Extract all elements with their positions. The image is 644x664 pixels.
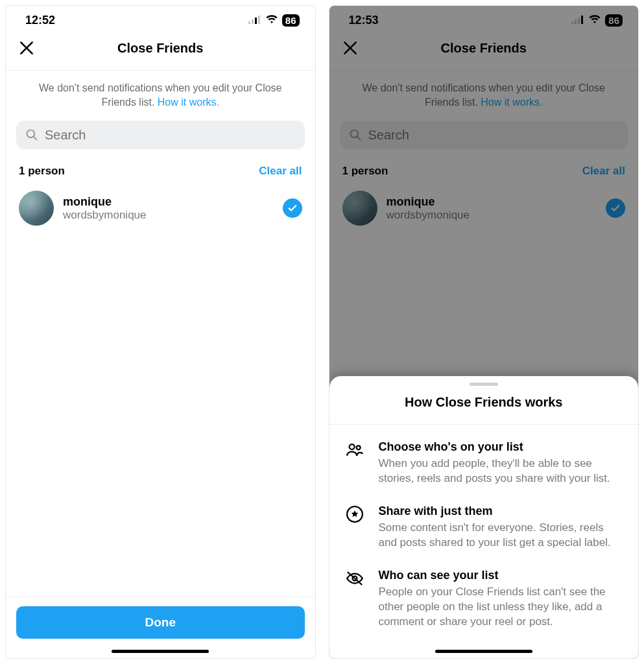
avatar [19, 191, 54, 226]
phone-screen-right: 12:53 86 Close Friends We don't send not… [329, 5, 639, 659]
status-bar: 12:52 86 [6, 6, 315, 32]
search-field[interactable] [45, 128, 296, 143]
page-title: Close Friends [6, 41, 315, 56]
eye-off-icon [345, 569, 367, 630]
star-circle-icon [345, 504, 367, 551]
svg-point-13 [356, 446, 360, 450]
sheet-item-body: When you add people, they'll be able to … [379, 456, 623, 486]
sheet-item-title: Who can see your list [379, 569, 623, 582]
svg-rect-3 [258, 16, 260, 24]
sheet-item-choose: Choose who's on your list When you add p… [329, 425, 639, 489]
svg-rect-2 [255, 18, 257, 24]
search-input[interactable] [16, 121, 305, 149]
sheet-item-title: Choose who's on your list [379, 440, 623, 454]
friend-name: monique [63, 195, 274, 209]
status-time: 12:52 [25, 14, 55, 27]
done-button[interactable]: Done [16, 606, 305, 639]
how-it-works-link[interactable]: How it works. [158, 97, 219, 108]
cellular-icon [248, 14, 261, 27]
how-it-works-sheet[interactable]: How Close Friends works Choose who's on … [329, 376, 639, 658]
phone-screen-left: 12:52 86 Close Friends We don't send not… [5, 5, 316, 659]
svg-rect-0 [248, 21, 250, 24]
friend-handle: wordsbymonique [63, 209, 274, 222]
search-icon [25, 128, 38, 141]
nav-header: Close Friends [6, 32, 315, 71]
sheet-item-visibility: Who can see your list People on your Clo… [329, 553, 639, 632]
battery-level: 86 [282, 14, 300, 27]
close-icon [18, 40, 35, 56]
sheet-item-share: Share with just them Some content isn't … [329, 489, 639, 553]
svg-line-5 [34, 137, 37, 140]
sheet-item-body: Some content isn't for everyone. Stories… [379, 521, 623, 551]
selected-check[interactable] [283, 198, 302, 218]
status-right: 86 [248, 14, 300, 27]
search-container [6, 115, 315, 156]
svg-rect-1 [252, 19, 254, 24]
list-header: 1 person Clear all [6, 156, 315, 185]
wifi-icon [265, 14, 278, 27]
sheet-item-body: People on your Close Friends list can't … [379, 585, 623, 630]
close-button[interactable] [16, 38, 37, 58]
sheet-handle[interactable] [470, 383, 498, 386]
person-count: 1 person [19, 165, 65, 178]
people-icon [345, 440, 367, 486]
home-indicator [435, 650, 532, 653]
sheet-item-title: Share with just them [379, 504, 623, 518]
footer: Done [6, 597, 315, 658]
friend-row[interactable]: monique wordsbymonique [6, 185, 315, 231]
svg-point-12 [349, 444, 354, 449]
sheet-title: How Close Friends works [329, 395, 639, 425]
check-icon [287, 202, 298, 214]
notice-text: We don't send notifications when you edi… [6, 71, 315, 115]
home-indicator [112, 650, 209, 653]
clear-all-button[interactable]: Clear all [259, 165, 302, 178]
friend-text: monique wordsbymonique [63, 195, 274, 222]
